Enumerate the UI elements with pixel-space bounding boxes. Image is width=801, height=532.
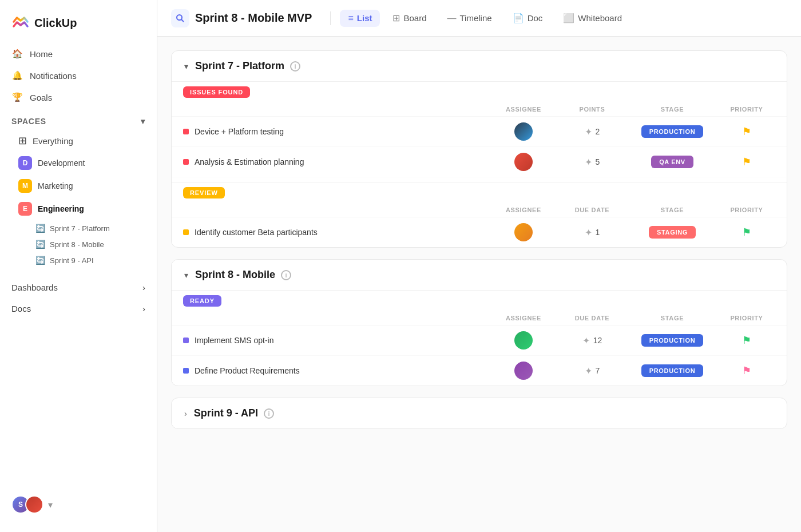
sprint-icon-9: 🔄	[35, 256, 45, 265]
table-row[interactable]: Define Product Requirements ✦ 7 PRODUCTI…	[172, 356, 787, 386]
star-icon: ✦	[582, 335, 590, 346]
sprint8-card: ▾ Sprint 8 - Mobile i READY ASSIGNEE DUE…	[171, 259, 787, 386]
col-task-s8	[183, 315, 489, 321]
spaces-label: Spaces	[11, 117, 46, 126]
user-avatar	[514, 153, 533, 171]
tab-board-label: Board	[403, 13, 426, 23]
page-title: Sprint 8 - Mobile MVP	[195, 11, 312, 25]
sidebar-item-dashboards[interactable]: Dashboards ›	[5, 277, 152, 298]
sidebar-item-docs[interactable]: Docs ›	[5, 298, 152, 319]
priority-flag: ⚑	[742, 125, 751, 138]
user-avatar	[514, 223, 533, 241]
tab-list[interactable]: ≡ List	[340, 10, 380, 27]
engineering-badge: E	[18, 202, 32, 216]
col-assignee-s8: ASSIGNEE	[489, 315, 558, 321]
sidebar-sprint7[interactable]: 🔄 Sprint 7 - Platform	[31, 221, 145, 236]
priority-flag: ⚑	[742, 364, 751, 377]
sprint9-header: › Sprint 9 - API i	[172, 398, 787, 428]
tab-list-label: List	[357, 13, 372, 23]
sidebar-item-notifications[interactable]: 🔔 Notifications	[5, 65, 152, 86]
sidebar-sprint8[interactable]: 🔄 Sprint 8 - Mobile	[31, 237, 145, 252]
task-name-cell: Device + Platform testing	[183, 127, 489, 136]
sprint8-title: Sprint 8 - Mobile	[195, 269, 275, 281]
sidebar-item-goals[interactable]: 🏆 Goals	[5, 87, 152, 108]
sprint9-expand-btn[interactable]: ›	[183, 408, 188, 419]
points-value: 12	[593, 336, 602, 345]
sidebar-item-everything-label: Everything	[33, 136, 73, 146]
whiteboard-icon: ⬜	[563, 13, 574, 23]
spaces-header[interactable]: Spaces ▾	[11, 117, 145, 126]
stage-badge: QA ENV	[651, 156, 693, 168]
sidebar-item-development[interactable]: D Development	[11, 152, 145, 174]
table-row[interactable]: Identify customer Beta participants ✦ 1 …	[172, 217, 787, 247]
sprint7-review-header: REVIEW	[172, 182, 787, 203]
development-badge: D	[18, 156, 32, 170]
points-cell: ✦ 2	[558, 126, 626, 137]
user-avatar	[514, 331, 533, 350]
star-icon: ✦	[585, 366, 592, 376]
sprint8-header: ▾ Sprint 8 - Mobile i	[172, 260, 787, 290]
doc-icon: 📄	[513, 13, 524, 23]
star-icon: ✦	[585, 227, 592, 238]
task-name: Define Product Requirements	[195, 366, 300, 375]
priority-cell: ⚑	[718, 364, 775, 377]
space-items-list: ⊞ Everything D Development M Marketing E…	[11, 126, 145, 268]
sprint8-info-icon[interactable]: i	[281, 270, 291, 280]
sprint7-issues-header: ISSUES FOUND	[172, 81, 787, 102]
table-row[interactable]: Device + Platform testing ✦ 2 PRODUCTION…	[172, 117, 787, 147]
task-name: Identify customer Beta participants	[195, 228, 318, 237]
logo-text: ClickUp	[34, 17, 77, 30]
sidebar-item-engineering[interactable]: E Engineering	[11, 198, 145, 220]
stage-cell: STAGING	[626, 226, 718, 239]
sidebar-sprint8-label: Sprint 8 - Mobile	[50, 240, 104, 249]
sidebar-sprint9[interactable]: 🔄 Sprint 9 - API	[31, 253, 145, 268]
sidebar-item-marketing[interactable]: M Marketing	[11, 175, 145, 197]
table-row[interactable]: Analysis & Estimation planning ✦ 5 QA EN…	[172, 147, 787, 177]
sprint-icon-8: 🔄	[35, 240, 45, 249]
sprint-icon-7: 🔄	[35, 224, 45, 233]
search-icon	[171, 9, 189, 27]
tab-doc[interactable]: 📄 Doc	[505, 9, 551, 27]
task-dot	[183, 368, 189, 374]
main-content: Sprint 8 - Mobile MVP ≡ List ⊞ Board — T…	[157, 0, 801, 532]
star-icon: ✦	[585, 157, 592, 168]
sprint8-collapse-btn[interactable]: ▾	[183, 269, 189, 281]
stage-cell: PRODUCTION	[626, 334, 718, 347]
sprint7-review-col-headers: ASSIGNEE DUE DATE STAGE PRIORITY	[172, 203, 787, 217]
sprint7-card: ▾ Sprint 7 - Platform i ISSUES FOUND ASS…	[171, 50, 787, 248]
tab-timeline-label: Timeline	[460, 13, 492, 23]
sprint9-info-icon[interactable]: i	[264, 408, 274, 419]
table-row[interactable]: Implement SMS opt-in ✦ 12 PRODUCTION ⚑	[172, 325, 787, 356]
sidebar-footer: S ▾	[0, 486, 157, 523]
stage-cell: QA ENV	[626, 156, 718, 168]
sidebar-item-goals-label: Goals	[30, 93, 52, 102]
assignee-cell	[489, 223, 558, 241]
task-dot	[183, 159, 189, 165]
sidebar-item-development-label: Development	[38, 158, 85, 168]
sidebar-sprint7-label: Sprint 7 - Platform	[50, 224, 110, 233]
col-duedate-r: DUE DATE	[558, 207, 626, 213]
sidebar-item-marketing-label: Marketing	[38, 181, 73, 190]
sprint7-info-icon[interactable]: i	[290, 61, 300, 72]
points-value: 7	[596, 366, 600, 375]
user-menu-arrow[interactable]: ▾	[48, 499, 53, 510]
due-date-cell: ✦ 1	[558, 227, 626, 238]
sprint7-collapse-btn[interactable]: ▾	[183, 61, 189, 72]
task-dot	[183, 129, 189, 134]
sprint8-ready-header: READY	[172, 290, 787, 311]
user-avatar-photo	[25, 495, 43, 514]
sprint9-card: › Sprint 9 - API i	[171, 398, 787, 429]
priority-flag: ⚑	[742, 334, 751, 347]
tab-whiteboard[interactable]: ⬜ Whiteboard	[555, 9, 630, 27]
tab-board[interactable]: ⊞ Board	[384, 9, 434, 27]
tab-timeline[interactable]: — Timeline	[439, 10, 500, 27]
task-name-cell: Analysis & Estimation planning	[183, 157, 489, 166]
col-priority-r: PRIORITY	[718, 207, 775, 213]
topbar-title-area: Sprint 8 - Mobile MVP	[171, 9, 312, 27]
priority-cell: ⚑	[718, 334, 775, 347]
sidebar-item-home[interactable]: 🏠 Home	[5, 43, 152, 64]
points-value: 2	[596, 127, 600, 136]
everything-grid-icon: ⊞	[18, 134, 27, 147]
tab-doc-label: Doc	[528, 13, 543, 23]
sidebar-item-everything[interactable]: ⊞ Everything	[11, 130, 145, 151]
